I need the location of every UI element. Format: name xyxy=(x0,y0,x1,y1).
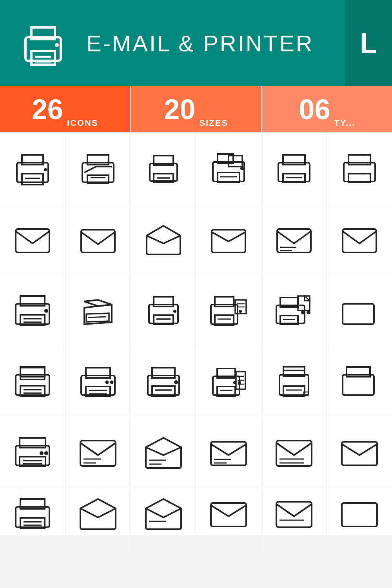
svg-rect-111 xyxy=(80,441,116,466)
svg-point-86 xyxy=(174,380,178,384)
svg-rect-76 xyxy=(86,368,110,378)
icon-cell-printer-4 xyxy=(196,133,261,204)
header-right-label: L xyxy=(345,0,392,86)
icon-cell-r6-2 xyxy=(65,488,131,559)
svg-point-11 xyxy=(44,168,47,171)
icon-cell-r6-4 xyxy=(196,488,261,559)
icon-cell-printer-r4-4 xyxy=(196,346,261,417)
svg-rect-83 xyxy=(152,368,175,378)
icon-row-6 xyxy=(0,488,392,535)
icons-grid xyxy=(0,133,392,535)
icon-cell-email-open xyxy=(131,204,196,275)
icon-cell-printer-r4-1 xyxy=(0,346,65,417)
svg-rect-119 xyxy=(276,441,312,466)
svg-point-110 xyxy=(40,451,44,455)
icon-cell-printer-1 xyxy=(0,133,65,204)
stat-icons-label: ICONS xyxy=(67,118,98,132)
icon-cell-r5-6-partial xyxy=(327,417,392,488)
icon-cell-r5-5-email xyxy=(261,417,327,488)
svg-rect-40 xyxy=(343,229,376,252)
svg-rect-130 xyxy=(276,502,312,527)
icon-cell-printer-r3-1 xyxy=(0,275,65,346)
stat-sizes-label: SIZES xyxy=(199,118,228,132)
svg-point-94 xyxy=(238,381,241,384)
icon-cell-r6-6-partial xyxy=(327,488,392,559)
svg-point-46 xyxy=(44,309,48,313)
svg-rect-104 xyxy=(16,446,49,465)
svg-rect-102 xyxy=(343,375,374,395)
icon-cell-email-1 xyxy=(0,204,65,275)
stat-types-number: 06 xyxy=(299,95,330,123)
header-printer-icon xyxy=(16,16,71,71)
icon-cell-printer-r3-5 xyxy=(261,275,327,346)
svg-rect-68 xyxy=(343,304,374,324)
header-title: E-MAIL & PRINTER xyxy=(86,30,376,56)
icon-cell-printer-r3-2 xyxy=(65,275,131,346)
svg-rect-35 xyxy=(81,230,115,252)
svg-rect-34 xyxy=(16,229,49,252)
svg-point-53 xyxy=(173,310,176,313)
icon-cell-r5-4-email xyxy=(196,417,261,488)
icon-row-5 xyxy=(0,417,392,488)
icon-cell-r6-1 xyxy=(0,488,65,559)
icon-cell-printer-3 xyxy=(131,133,196,204)
svg-point-61 xyxy=(239,310,242,313)
icon-cell-printer-r3-4 xyxy=(196,275,261,346)
svg-point-25 xyxy=(240,167,243,170)
icon-cell-email-4 xyxy=(261,204,327,275)
icon-cell-printer-r3-3 xyxy=(131,275,196,346)
stat-sizes-number: 20 xyxy=(164,95,195,123)
svg-point-5 xyxy=(55,43,59,47)
stat-types-label: TY... xyxy=(334,118,355,132)
svg-rect-71 xyxy=(20,368,45,379)
icon-cell-r5-1-printer xyxy=(0,417,65,488)
stat-icons-number: 26 xyxy=(32,95,63,123)
stat-icons: 26 ICONS xyxy=(0,86,131,132)
svg-rect-37 xyxy=(277,229,311,252)
icon-cell-email-3 xyxy=(196,204,261,275)
icon-row-1 xyxy=(0,133,392,204)
svg-rect-98 xyxy=(283,367,305,370)
icon-cell-printer-5 xyxy=(261,133,327,204)
stat-types: 06 TY... xyxy=(262,86,392,132)
stat-sizes: 20 SIZES xyxy=(131,86,262,132)
icon-cell-printer-r4-5 xyxy=(261,346,327,417)
svg-rect-129 xyxy=(211,503,246,526)
icon-cell-r5-3-email-open xyxy=(131,417,196,488)
svg-line-48 xyxy=(88,317,106,318)
svg-rect-116 xyxy=(211,442,246,465)
svg-point-81 xyxy=(105,381,109,384)
icon-row-3 xyxy=(0,275,392,346)
icon-cell-printer-r4-2 xyxy=(65,346,131,417)
svg-point-109 xyxy=(44,451,48,455)
icon-cell-r5-2-email xyxy=(65,417,131,488)
icon-cell-email-2 xyxy=(65,204,131,275)
stats-bar: 26 ICONS 20 SIZES 06 TY... xyxy=(0,86,392,133)
icon-cell-r6-5 xyxy=(261,488,327,559)
icon-cell-printer-r4-6-partial xyxy=(327,346,392,417)
svg-point-95 xyxy=(233,381,236,384)
svg-rect-122 xyxy=(342,442,377,465)
svg-rect-132 xyxy=(342,503,377,526)
svg-point-80 xyxy=(110,381,113,384)
icon-cell-printer-6-partial xyxy=(327,133,392,204)
svg-point-67 xyxy=(301,310,305,314)
header: E-MAIL & PRINTER L xyxy=(0,0,392,86)
icon-row-4 xyxy=(0,346,392,417)
icon-cell-printer-r3-6-partial xyxy=(327,275,392,346)
icon-cell-email-5-partial xyxy=(327,204,392,275)
header-right-letter: L xyxy=(360,27,377,59)
icon-cell-printer-2 xyxy=(65,133,131,204)
svg-point-66 xyxy=(307,310,310,314)
icon-cell-r6-3 xyxy=(131,488,196,559)
icon-cell-printer-r4-3 xyxy=(131,346,196,417)
icon-row-2 xyxy=(0,204,392,275)
